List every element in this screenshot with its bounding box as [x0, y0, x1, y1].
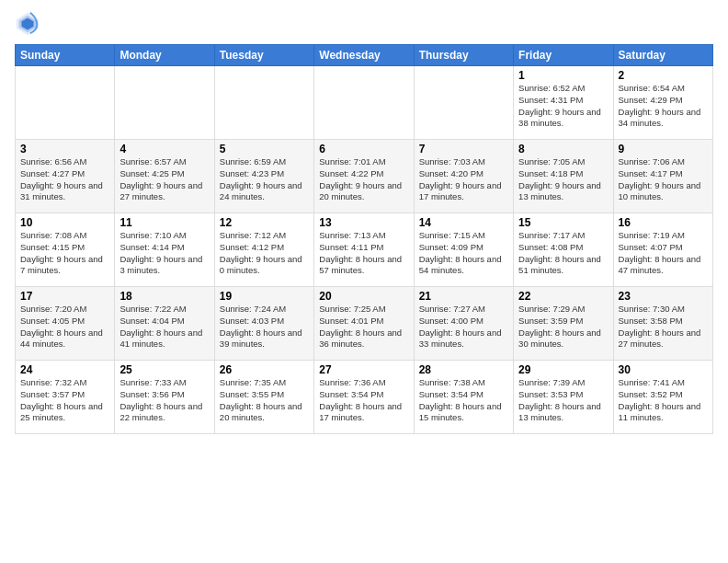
- calendar-cell: 18Sunrise: 7:22 AM Sunset: 4:04 PM Dayli…: [115, 287, 214, 361]
- day-number: 15: [518, 216, 608, 229]
- calendar-cell: [16, 66, 115, 140]
- calendar-cell: 4Sunrise: 6:57 AM Sunset: 4:25 PM Daylig…: [115, 140, 214, 213]
- day-number: 23: [619, 290, 708, 303]
- calendar-cell: 12Sunrise: 7:12 AM Sunset: 4:12 PM Dayli…: [214, 213, 313, 287]
- calendar-cell: 7Sunrise: 7:03 AM Sunset: 4:20 PM Daylig…: [414, 140, 513, 213]
- day-info: Sunrise: 7:06 AM Sunset: 4:17 PM Dayligh…: [619, 156, 708, 203]
- day-info: Sunrise: 7:25 AM Sunset: 4:01 PM Dayligh…: [319, 304, 408, 350]
- day-number: 5: [220, 143, 309, 155]
- header-tuesday: Tuesday: [214, 45, 313, 66]
- week-row-2: 3Sunrise: 6:56 AM Sunset: 4:27 PM Daylig…: [16, 140, 713, 213]
- day-number: 7: [419, 143, 508, 155]
- day-info: Sunrise: 7:20 AM Sunset: 4:05 PM Dayligh…: [20, 304, 109, 350]
- calendar-cell: 2Sunrise: 6:54 AM Sunset: 4:29 PM Daylig…: [613, 66, 712, 140]
- day-number: 4: [119, 143, 209, 155]
- day-info: Sunrise: 7:01 AM Sunset: 4:22 PM Dayligh…: [319, 156, 408, 203]
- calendar-cell: 27Sunrise: 7:36 AM Sunset: 3:54 PM Dayli…: [314, 361, 414, 434]
- day-number: 14: [419, 216, 508, 229]
- day-info: Sunrise: 7:32 AM Sunset: 3:57 PM Dayligh…: [20, 377, 109, 424]
- day-number: 6: [319, 143, 408, 155]
- day-number: 13: [319, 216, 408, 229]
- day-info: Sunrise: 7:27 AM Sunset: 4:00 PM Dayligh…: [419, 304, 508, 350]
- day-number: 1: [518, 69, 608, 82]
- day-number: 28: [419, 363, 508, 376]
- day-info: Sunrise: 7:35 AM Sunset: 3:55 PM Dayligh…: [220, 377, 309, 424]
- day-info: Sunrise: 6:56 AM Sunset: 4:27 PM Dayligh…: [20, 156, 109, 203]
- day-number: 16: [619, 216, 708, 229]
- header-monday: Monday: [115, 45, 214, 66]
- calendar-cell: 24Sunrise: 7:32 AM Sunset: 3:57 PM Dayli…: [16, 361, 115, 434]
- week-row-5: 24Sunrise: 7:32 AM Sunset: 3:57 PM Dayli…: [16, 361, 713, 434]
- header-sunday: Sunday: [16, 45, 115, 66]
- calendar-cell: 11Sunrise: 7:10 AM Sunset: 4:14 PM Dayli…: [115, 213, 214, 287]
- day-number: 30: [619, 363, 708, 376]
- day-info: Sunrise: 7:10 AM Sunset: 4:14 PM Dayligh…: [119, 230, 209, 277]
- week-row-4: 17Sunrise: 7:20 AM Sunset: 4:05 PM Dayli…: [16, 287, 713, 361]
- day-info: Sunrise: 7:19 AM Sunset: 4:07 PM Dayligh…: [619, 230, 708, 277]
- day-info: Sunrise: 6:54 AM Sunset: 4:29 PM Dayligh…: [619, 83, 708, 130]
- week-row-3: 10Sunrise: 7:08 AM Sunset: 4:15 PM Dayli…: [16, 213, 713, 287]
- day-number: 10: [20, 216, 109, 229]
- calendar-cell: 17Sunrise: 7:20 AM Sunset: 4:05 PM Dayli…: [16, 287, 115, 361]
- logo: [15, 11, 44, 37]
- day-number: 17: [20, 290, 109, 303]
- day-info: Sunrise: 7:05 AM Sunset: 4:18 PM Dayligh…: [518, 156, 608, 203]
- header-row: SundayMondayTuesdayWednesdayThursdayFrid…: [16, 45, 713, 66]
- calendar-cell: 30Sunrise: 7:41 AM Sunset: 3:52 PM Dayli…: [613, 361, 712, 434]
- day-info: Sunrise: 7:13 AM Sunset: 4:11 PM Dayligh…: [319, 230, 408, 277]
- header-wednesday: Wednesday: [314, 45, 414, 66]
- day-number: 18: [119, 290, 209, 303]
- calendar-cell: [115, 66, 214, 140]
- calendar-cell: 16Sunrise: 7:19 AM Sunset: 4:07 PM Dayli…: [613, 213, 712, 287]
- day-number: 2: [619, 69, 708, 82]
- calendar-cell: 15Sunrise: 7:17 AM Sunset: 4:08 PM Dayli…: [514, 213, 613, 287]
- day-info: Sunrise: 7:22 AM Sunset: 4:04 PM Dayligh…: [119, 304, 209, 350]
- logo-icon: [15, 11, 40, 37]
- header-saturday: Saturday: [613, 45, 712, 66]
- calendar-cell: 6Sunrise: 7:01 AM Sunset: 4:22 PM Daylig…: [314, 140, 414, 213]
- day-info: Sunrise: 7:30 AM Sunset: 3:58 PM Dayligh…: [619, 304, 708, 350]
- day-info: Sunrise: 7:41 AM Sunset: 3:52 PM Dayligh…: [619, 377, 708, 424]
- calendar-cell: 1Sunrise: 6:52 AM Sunset: 4:31 PM Daylig…: [514, 66, 613, 140]
- day-info: Sunrise: 6:52 AM Sunset: 4:31 PM Dayligh…: [518, 83, 608, 130]
- calendar-cell: [314, 66, 414, 140]
- calendar-cell: 28Sunrise: 7:38 AM Sunset: 3:54 PM Dayli…: [414, 361, 513, 434]
- day-number: 29: [518, 363, 608, 376]
- calendar-cell: 25Sunrise: 7:33 AM Sunset: 3:56 PM Dayli…: [115, 361, 214, 434]
- day-number: 24: [20, 363, 109, 376]
- page: SundayMondayTuesdayWednesdayThursdayFrid…: [0, 0, 728, 563]
- calendar-cell: 22Sunrise: 7:29 AM Sunset: 3:59 PM Dayli…: [514, 287, 613, 361]
- calendar-cell: 19Sunrise: 7:24 AM Sunset: 4:03 PM Dayli…: [214, 287, 313, 361]
- calendar-cell: 26Sunrise: 7:35 AM Sunset: 3:55 PM Dayli…: [214, 361, 313, 434]
- calendar-cell: [214, 66, 313, 140]
- day-info: Sunrise: 7:08 AM Sunset: 4:15 PM Dayligh…: [20, 230, 109, 277]
- day-info: Sunrise: 7:15 AM Sunset: 4:09 PM Dayligh…: [419, 230, 508, 277]
- calendar-cell: 23Sunrise: 7:30 AM Sunset: 3:58 PM Dayli…: [613, 287, 712, 361]
- header: [15, 11, 713, 37]
- day-number: 20: [319, 290, 408, 303]
- calendar-cell: 13Sunrise: 7:13 AM Sunset: 4:11 PM Dayli…: [314, 213, 414, 287]
- day-info: Sunrise: 7:33 AM Sunset: 3:56 PM Dayligh…: [119, 377, 209, 424]
- day-info: Sunrise: 7:39 AM Sunset: 3:53 PM Dayligh…: [518, 377, 608, 424]
- day-number: 19: [220, 290, 309, 303]
- calendar-cell: 5Sunrise: 6:59 AM Sunset: 4:23 PM Daylig…: [214, 140, 313, 213]
- day-info: Sunrise: 7:17 AM Sunset: 4:08 PM Dayligh…: [518, 230, 608, 277]
- calendar-cell: 8Sunrise: 7:05 AM Sunset: 4:18 PM Daylig…: [514, 140, 613, 213]
- day-info: Sunrise: 6:57 AM Sunset: 4:25 PM Dayligh…: [119, 156, 209, 203]
- day-info: Sunrise: 7:38 AM Sunset: 3:54 PM Dayligh…: [419, 377, 508, 424]
- day-info: Sunrise: 6:59 AM Sunset: 4:23 PM Dayligh…: [220, 156, 309, 203]
- day-number: 3: [20, 143, 109, 155]
- calendar: SundayMondayTuesdayWednesdayThursdayFrid…: [15, 44, 713, 434]
- day-number: 21: [419, 290, 508, 303]
- day-info: Sunrise: 7:36 AM Sunset: 3:54 PM Dayligh…: [319, 377, 408, 424]
- day-number: 9: [619, 143, 708, 155]
- calendar-body: 1Sunrise: 6:52 AM Sunset: 4:31 PM Daylig…: [16, 66, 713, 434]
- calendar-cell: 3Sunrise: 6:56 AM Sunset: 4:27 PM Daylig…: [16, 140, 115, 213]
- day-number: 27: [319, 363, 408, 376]
- day-number: 11: [119, 216, 209, 229]
- calendar-cell: [414, 66, 513, 140]
- day-number: 8: [518, 143, 608, 155]
- calendar-cell: 21Sunrise: 7:27 AM Sunset: 4:00 PM Dayli…: [414, 287, 513, 361]
- day-number: 12: [220, 216, 309, 229]
- calendar-header: SundayMondayTuesdayWednesdayThursdayFrid…: [16, 45, 713, 66]
